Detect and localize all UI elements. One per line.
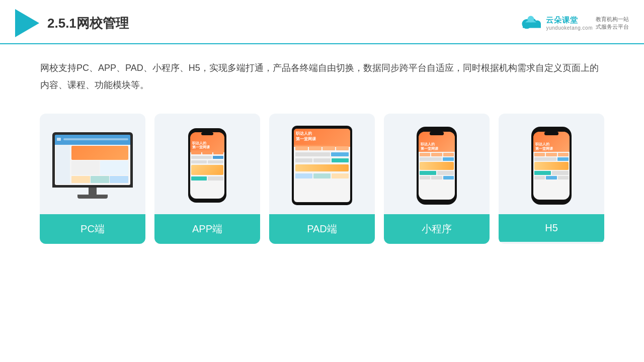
card-miniapp-label: 小程序 — [384, 214, 490, 244]
header: 2.5.1网校管理 云朵课堂 yunduoketang.com 教育机构一站式服… — [0, 0, 644, 44]
card-pad: 职达人的第一堂网课 — [269, 114, 375, 244]
card-miniapp-image: 职达人的第一堂网课 — [384, 114, 490, 214]
logo-text-group: 云朵课堂 yunduoketang.com — [546, 16, 593, 31]
card-app-label: APP端 — [154, 214, 260, 244]
card-pc-image — [40, 114, 145, 214]
card-pc: PC端 — [40, 114, 145, 244]
tablet-mockup: 职达人的第一堂网课 — [292, 126, 352, 205]
card-pad-label: PAD端 — [269, 214, 375, 244]
logo-icon-group: 云朵课堂 yunduoketang.com 教育机构一站式服务云平台 — [519, 15, 629, 31]
cloud-logo-icon — [519, 15, 543, 31]
platform-cards: PC端 职达人的第一堂网课 — [0, 104, 644, 254]
header-left: 2.5.1网校管理 — [15, 9, 129, 37]
mini-phone-miniapp: 职达人的第一堂网课 — [417, 127, 457, 205]
pc-mockup — [52, 132, 133, 199]
brand-logo: 云朵课堂 yunduoketang.com 教育机构一站式服务云平台 — [519, 15, 629, 31]
card-pc-label: PC端 — [40, 214, 145, 244]
card-h5-label: H5 — [499, 214, 604, 242]
svg-rect-3 — [523, 24, 541, 28]
logo-slogan: 教育机构一站式服务云平台 — [596, 16, 629, 31]
card-app-image: 职达人的第一堂网课 — [154, 114, 260, 214]
description-text: 网校支持PC、APP、PAD、小程序、H5，实现多端打通，产品各终端自由切换，数… — [0, 44, 644, 104]
brand-triangle-icon — [15, 9, 39, 37]
card-miniapp: 职达人的第一堂网课 — [384, 114, 490, 244]
card-app: 职达人的第一堂网课 — [154, 114, 260, 244]
card-h5-image: 职达人的第一堂网课 — [499, 114, 604, 214]
phone-mockup-app: 职达人的第一堂网课 — [188, 128, 226, 203]
card-h5: 职达人的第一堂网课 — [499, 114, 604, 244]
mini-phone-h5: 职达人的第一堂网课 — [531, 127, 572, 205]
card-pad-image: 职达人的第一堂网课 — [269, 114, 375, 214]
logo-url: yunduoketang.com — [546, 25, 593, 31]
logo-name: 云朵课堂 — [546, 16, 593, 25]
page-title: 2.5.1网校管理 — [47, 15, 129, 32]
